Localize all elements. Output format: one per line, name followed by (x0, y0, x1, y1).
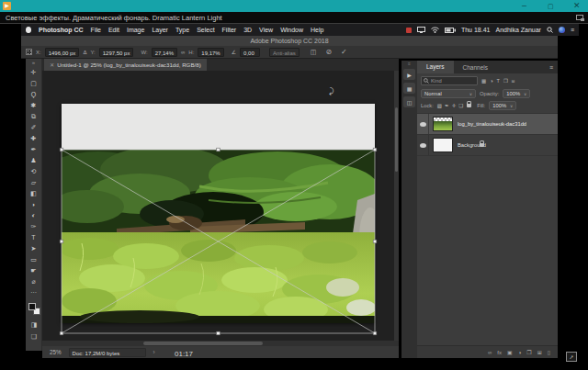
angle-value-field[interactable]: 0,00 (240, 48, 260, 57)
interpolation-select[interactable]: Anti-alias (269, 48, 300, 57)
path-selection-tool[interactable]: ➤ (26, 243, 41, 254)
blur-tool[interactable]: ◗ (26, 199, 41, 210)
eraser-tool[interactable]: ▱ (26, 177, 41, 188)
menu-item[interactable]: Help (311, 27, 323, 33)
y-value-field[interactable]: 1297,50 px (99, 48, 134, 57)
maintain-aspect-icon[interactable]: ∞ (181, 50, 185, 55)
dock-grip[interactable]: ≡ (401, 61, 417, 66)
reference-point-icon[interactable] (26, 49, 32, 55)
healing-brush-tool[interactable]: ✚ (26, 133, 41, 144)
quick-selection-tool[interactable]: ✱ (26, 100, 41, 111)
opacity-select[interactable]: 100%∨ (503, 89, 530, 98)
warp-mode-icon[interactable]: ◫ (311, 49, 317, 56)
layer-thumbnail[interactable] (433, 138, 453, 152)
vertical-scrollbar[interactable] (394, 71, 399, 341)
dodge-tool[interactable]: ◐ (26, 210, 41, 221)
filter-smart-objects-icon[interactable]: ⧈ (512, 78, 515, 84)
filter-pixel-layers-icon[interactable]: ▦ (481, 78, 486, 84)
zoom-tool[interactable]: ⌀ (26, 276, 41, 287)
menu-item[interactable]: Window (280, 27, 303, 33)
w-value-field[interactable]: 27,14% (152, 48, 177, 57)
battery-icon[interactable] (445, 28, 456, 33)
lock-all-icon[interactable] (467, 104, 471, 107)
adjustments-panel-icon[interactable]: ◫ (403, 96, 415, 107)
dock-icons: ▶▦◫ (401, 69, 417, 107)
foreground-color-swatch[interactable] (28, 303, 36, 310)
layer-row-background[interactable]: Background (417, 135, 558, 156)
cancel-transform-icon[interactable]: ⊘ (325, 48, 332, 56)
menu-item[interactable]: Type (175, 27, 189, 33)
filter-shape-layers-icon[interactable]: ❐ (503, 78, 508, 84)
menu-item[interactable]: File (91, 27, 101, 33)
move-tool[interactable]: ✛ (26, 67, 41, 78)
transform-bounding-box[interactable] (56, 144, 381, 340)
tab-layers[interactable]: Layers (417, 61, 454, 73)
record-indicator-icon[interactable] (406, 28, 412, 33)
clone-stamp-tool[interactable]: ♟ (26, 155, 41, 166)
panel-menu-icon[interactable]: ≡ (549, 64, 553, 71)
menu-item[interactable]: Image (127, 27, 144, 33)
layers-panel-tabs: Layers Channels ≡ (417, 61, 558, 73)
menubar-user[interactable]: Andhika Zanuar (495, 27, 540, 33)
fill-select[interactable]: 100%∨ (489, 101, 516, 110)
brush-tool[interactable]: ✒ (26, 144, 41, 155)
menu-item[interactable]: Filter (222, 27, 237, 33)
fullscreen-button[interactable]: ➚ (566, 352, 577, 362)
blend-mode-select[interactable]: Normal∨ (421, 89, 476, 98)
close-button[interactable]: ✕ (573, 0, 581, 12)
minimize-button[interactable]: – (522, 0, 526, 12)
hand-tool[interactable]: ☛ (26, 265, 41, 276)
wifi-icon[interactable] (431, 27, 439, 33)
menu-app-name[interactable]: Photoshop CC (39, 27, 84, 33)
canvas-area[interactable]: ⤸ (42, 71, 399, 341)
filter-type-layers-icon[interactable]: T (497, 78, 500, 84)
visibility-toggle[interactable] (417, 135, 429, 155)
layer-row-selected[interactable]: log_by_tinalouiseuk-dac31dd (417, 114, 558, 135)
crop-tool[interactable]: ⧉ (26, 111, 41, 122)
edit-toolbar[interactable]: ⋯ (26, 287, 41, 298)
display-icon[interactable] (417, 27, 425, 33)
h-value-field[interactable]: 19,17% (198, 48, 223, 57)
shape-tool[interactable]: ▭ (26, 254, 41, 265)
notification-center-icon[interactable]: ≡ (571, 27, 574, 33)
siri-icon[interactable] (559, 27, 565, 33)
apple-logo-icon[interactable] (26, 27, 31, 33)
relative-position-icon[interactable]: Δ (83, 50, 86, 55)
layer-filter-select[interactable]: Kind (421, 76, 478, 85)
menu-item[interactable]: Layer (152, 27, 168, 33)
menu-item[interactable]: View (259, 27, 273, 33)
visibility-toggle[interactable] (417, 114, 429, 134)
lock-artboard-icon[interactable]: ❏ (458, 103, 463, 108)
lock-pixels-icon[interactable]: ✒ (445, 103, 449, 108)
tab-close-icon[interactable]: ✕ (50, 62, 54, 68)
spotlight-search-icon[interactable] (547, 27, 553, 33)
pen-tool[interactable]: ✑ (26, 221, 41, 232)
actions-panel-icon[interactable]: ▶ (403, 69, 415, 80)
document-tab[interactable]: ✕Untitled-1 @ 25% (log_by_tinalouiseuk-d… (44, 59, 207, 71)
tools-collapse-icon[interactable]: » (26, 59, 41, 67)
eyedropper-tool[interactable]: ✐ (26, 122, 41, 133)
menu-item[interactable]: Edit (108, 27, 119, 33)
gradient-tool[interactable]: ◧ (26, 188, 41, 199)
lasso-tool[interactable]: Ϙ (26, 89, 41, 100)
x-value-field[interactable]: 1496,00 px (45, 48, 80, 57)
menubar-clock[interactable]: Thu 18.41 (461, 27, 491, 33)
maximize-button[interactable]: ▢ (548, 0, 554, 12)
lock-transparent-icon[interactable]: ▨ (437, 103, 442, 108)
menu-item[interactable]: Select (197, 27, 214, 33)
marquee-tool[interactable]: ▢ (26, 78, 41, 89)
playlist-icon[interactable] (576, 15, 583, 20)
layer-name[interactable]: log_by_tinalouiseuk-dac31dd (458, 121, 526, 127)
layer-thumbnail[interactable] (433, 117, 453, 131)
filter-adjustment-layers-icon[interactable]: ◑ (490, 78, 492, 84)
color-swatches[interactable] (28, 303, 40, 315)
lock-label: Lock: (421, 103, 434, 108)
quick-mask-icon[interactable]: ◨ (26, 320, 42, 331)
tab-channels[interactable]: Channels (454, 64, 497, 71)
lock-position-icon[interactable]: ✛ (452, 103, 457, 108)
history-brush-tool[interactable]: ⟲ (26, 166, 41, 177)
menu-item[interactable]: 3D (243, 27, 252, 33)
type-tool[interactable]: T (26, 232, 41, 243)
commit-transform-icon[interactable]: ✓ (341, 48, 347, 56)
libraries-panel-icon[interactable]: ▦ (403, 83, 415, 94)
